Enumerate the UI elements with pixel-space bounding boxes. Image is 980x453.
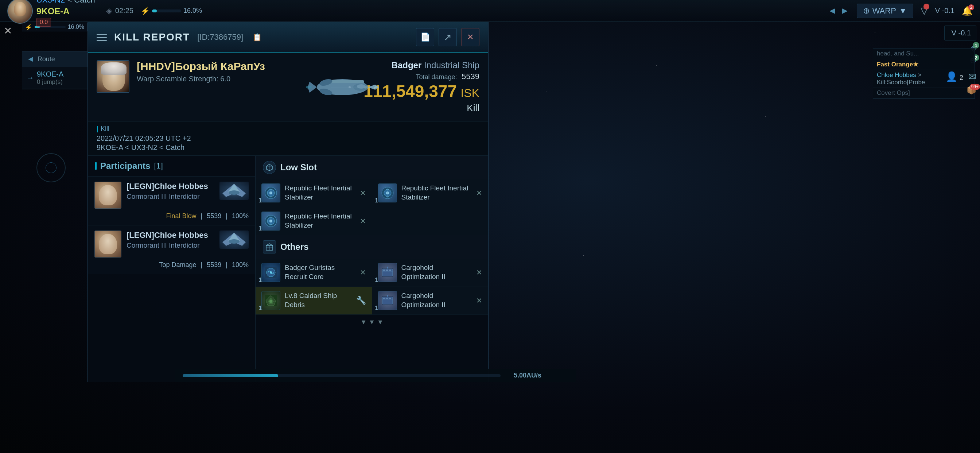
svg-point-7: [357, 84, 366, 89]
svg-rect-42: [383, 270, 385, 271]
others-section: Others Badger Guristas: [256, 235, 488, 330]
others-item-1-name: Badger Guristas Recruit Core: [285, 263, 355, 281]
others-item-2-icon: [378, 263, 397, 282]
participant-1-name: [LEGN]Chloe Hobbes: [127, 182, 215, 191]
module-1-close-icon[interactable]: ✕: [360, 188, 366, 197]
notification-area[interactable]: 🔔 2: [962, 6, 973, 16]
svg-rect-3: [328, 80, 364, 83]
close-x-button[interactable]: ✕: [4, 25, 12, 37]
fast-orange-link[interactable]: Fast Orange★: [877, 61, 918, 68]
right-system-panel: V -0.1: [944, 26, 976, 40]
participant-1-details: [LEGN]Chloe Hobbes Cormorant III Interdi…: [127, 182, 215, 201]
chloe-link[interactable]: Chloe Hobbes: [877, 72, 916, 78]
top-hud: UX3-N2 < Catch 9KOE-A 0.0 ◈ 02:25 ⚡ 16.0…: [0, 0, 980, 22]
others-item-2-close-icon[interactable]: ✕: [476, 268, 482, 277]
module-item-3[interactable]: Republic Fleet Inertial Stabilizer ✕ 1: [256, 207, 372, 235]
nav-left-icon[interactable]: ◄: [827, 5, 837, 16]
participant-1-avatar: [94, 182, 121, 209]
people-icon: 👤: [946, 71, 958, 82]
battery-bar-hud: [152, 10, 181, 13]
participant-card-2[interactable]: [LEGN]Chloe Hobbes Cormorant III Interdi…: [88, 225, 255, 274]
people-count: 2: [959, 74, 963, 81]
export-button[interactable]: ↗: [439, 28, 457, 46]
svg-rect-52: [383, 298, 385, 299]
copy-icon[interactable]: 📋: [253, 33, 262, 41]
others-item-3[interactable]: Lv.8 Caldari Ship Debris 🔧 1: [256, 287, 372, 314]
badger-ship-svg: [302, 64, 382, 111]
signal-icon: ◈: [106, 6, 112, 16]
participant-card-1[interactable]: [LEGN]Chloe Hobbes Cormorant III Interdi…: [88, 177, 255, 225]
module-item-1[interactable]: Republic Fleet Inertial Stabilizer ✕ 1: [256, 179, 372, 207]
item-count-badge[interactable]: 📦 99+: [967, 85, 976, 95]
speed-bar: 5.00AU/s: [175, 369, 576, 382]
module-3-close-icon[interactable]: ✕: [360, 217, 366, 225]
kill-report-id: [ID:7386759]: [197, 32, 243, 42]
participant-2-avatar: [94, 231, 121, 257]
ship-drawing: [299, 53, 386, 121]
warp-button[interactable]: ⊕ WARP ▼: [857, 4, 913, 18]
participant-2-top: [LEGN]Chloe Hobbes Cormorant III Interdi…: [94, 231, 249, 257]
people-icon-btn[interactable]: 👤 2: [946, 71, 963, 83]
participant-2-damage: 5539: [207, 261, 221, 269]
participant-2-stat-label: Top Damage: [159, 261, 196, 269]
chat-msg-1: head. and Su...: [873, 48, 975, 59]
others-item-1-close-icon[interactable]: ✕: [360, 268, 366, 277]
speed-fill: [183, 374, 278, 377]
victim-avatar: [97, 60, 129, 93]
others-title: Others: [280, 242, 309, 252]
others-item-4-close-icon[interactable]: ✕: [476, 296, 482, 305]
participant-2-ship-thumb: [220, 231, 249, 249]
nav-arrow-left[interactable]: ◄: [27, 54, 35, 64]
chat-msg-2[interactable]: Fast Orange★: [873, 59, 975, 70]
battery-icon-small: ⚡: [25, 24, 32, 30]
module-3-icon: [261, 212, 280, 231]
header-actions: 📄 ↗ ✕: [416, 28, 479, 46]
module-item-empty: [372, 207, 488, 235]
nav-right-icon[interactable]: ►: [840, 5, 850, 16]
participant-2-details: [LEGN]Chloe Hobbes Cormorant III Interdi…: [127, 231, 215, 249]
participant-2-stats: Top Damage | 5539 | 100%: [94, 261, 249, 269]
others-item-4[interactable]: Cargohold Optimization II ✕ 1: [372, 287, 488, 314]
low-slot-section: Low Slot: [256, 156, 488, 235]
others-item-2[interactable]: Cargohold Optimization II ✕ 1: [372, 258, 488, 286]
hamburger-menu-icon[interactable]: [97, 34, 107, 41]
others-item-3-name: Lv.8 Caldari Ship Debris: [285, 292, 352, 309]
right-badge-num-1: 1: [973, 42, 979, 48]
wrench-icon: 🔧: [356, 296, 366, 305]
kill-report-header: KILL REPORT [ID:7386759] 📋 📄 ↗ ✕: [88, 22, 488, 53]
module-2-close-icon[interactable]: ✕: [476, 188, 482, 197]
speed-track: [183, 374, 501, 377]
module-1-icon: [261, 183, 280, 203]
hud-time: 02:25: [115, 6, 134, 15]
participants-count: [1]: [154, 161, 162, 171]
others-item-2-name: Cargohold Optimization II: [401, 263, 472, 281]
low-slot-module-grid: Republic Fleet Inertial Stabilizer ✕ 1: [256, 179, 488, 235]
nav-panel-label: Route: [38, 56, 55, 63]
low-slot-title: Low Slot: [280, 162, 317, 172]
others-item-1[interactable]: Badger Guristas Recruit Core ✕ 1: [256, 258, 372, 286]
others-item-1-icon: [261, 263, 280, 282]
module-2-icon: [378, 183, 397, 203]
participant-1-ship-thumb: [220, 182, 249, 200]
clipboard-button[interactable]: 📄: [416, 28, 434, 46]
others-item-4-icon: [378, 291, 397, 310]
svg-point-17: [229, 239, 240, 244]
module-item-2[interactable]: Republic Fleet Inertial Stabilizer ✕ 1: [372, 179, 488, 207]
kill-datetime: 2022/07/21 02:05:23 UTC +2: [97, 134, 479, 143]
right-system-label: V -0.1: [935, 6, 955, 15]
participant-1-damage: 5539: [207, 212, 221, 220]
svg-rect-43: [386, 270, 388, 271]
right-hud-column: V -0.1 ◈ 1 ⊕ 2 head. and Su... Fast Oran…: [944, 26, 976, 95]
participant-2-ship: Cormorant III Interdictor: [127, 241, 215, 249]
route-arrow-icon: →: [27, 74, 34, 82]
close-report-button[interactable]: ✕: [461, 28, 479, 46]
low-slot-header: Low Slot: [256, 156, 488, 179]
hud-right: ◄ ► ⊕ WARP ▼ ▽ V -0.1 🔔 2: [827, 4, 973, 18]
filter-button[interactable]: ▽: [921, 5, 928, 16]
kill-report-title: KILL REPORT: [114, 31, 190, 43]
others-item-3-icon: [261, 291, 280, 310]
icon-bar: 👤 2 ✉: [946, 71, 976, 83]
hud-system: 9KOE-A: [37, 6, 95, 16]
victim-avatar-image: [97, 61, 129, 92]
mail-icon-btn[interactable]: ✉: [968, 71, 976, 83]
